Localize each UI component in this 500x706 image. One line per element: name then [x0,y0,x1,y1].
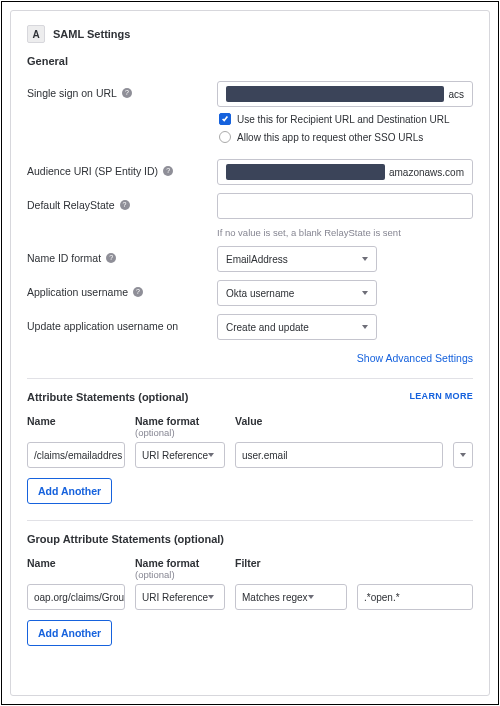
allow-other-sso-radio[interactable] [219,131,231,143]
panel-header: A SAML Settings [27,25,473,43]
divider [27,378,473,379]
audience-uri-suffix: amazonaws.com [389,167,464,178]
panel-title: SAML Settings [53,28,130,40]
sso-url-input[interactable]: acs [217,81,473,107]
chevron-down-icon [362,291,368,295]
group-attr-table-header: Name Name format (optional) Filter [27,557,473,580]
app-username-select[interactable]: Okta username [217,280,377,306]
col-name: Name [27,557,125,580]
attr-name-input[interactable]: /claims/emailaddres [27,442,125,468]
col-filter: Filter [235,557,473,580]
chevron-down-icon [208,595,214,599]
chevron-down-icon [362,257,368,261]
help-icon[interactable]: ? [133,287,143,297]
nameid-select[interactable]: EmailAddress [217,246,377,272]
col-name: Name [27,415,125,438]
relaystate-label: Default RelayState ? [27,193,217,211]
sso-url-suffix: acs [448,89,464,100]
divider [27,520,473,521]
help-icon[interactable]: ? [106,253,116,263]
step-letter: A [27,25,45,43]
attr-value-dropdown[interactable] [453,442,473,468]
nameid-label: Name ID format ? [27,246,217,264]
chevron-down-icon [308,595,314,599]
attr-row: /claims/emailaddres URI Reference user.e… [27,442,473,468]
chevron-down-icon [208,453,214,457]
group-name-input[interactable]: oap.org/claims/Grou [27,584,125,610]
col-format: Name format (optional) [135,557,225,580]
relaystate-input[interactable] [217,193,473,219]
help-icon[interactable]: ? [120,200,130,210]
use-recipient-checkbox[interactable] [219,113,231,125]
group-attr-row: oap.org/claims/Grou URI Reference Matche… [27,584,473,610]
audience-uri-input[interactable]: amazonaws.com [217,159,473,185]
update-on-select[interactable]: Create and update [217,314,377,340]
chevron-down-icon [460,453,466,457]
attr-section-title: Attribute Statements (optional) [27,391,188,403]
add-group-attr-button[interactable]: Add Another [27,620,112,646]
show-advanced-link[interactable]: Show Advanced Settings [357,352,473,364]
chevron-down-icon [362,325,368,329]
add-attr-button[interactable]: Add Another [27,478,112,504]
col-format: Name format (optional) [135,415,225,438]
sso-url-label: Single sign on URL ? [27,81,217,99]
relaystate-helper: If no value is set, a blank RelayState i… [217,227,473,238]
attr-table-header: Name Name format (optional) Value [27,415,473,438]
learn-more-link[interactable]: LEARN MORE [410,391,474,401]
group-attr-section-title: Group Attribute Statements (optional) [27,533,224,545]
use-recipient-label: Use this for Recipient URL and Destinati… [237,114,450,125]
help-icon[interactable]: ? [163,166,173,176]
redacted-value [226,86,444,102]
help-icon[interactable]: ? [122,88,132,98]
update-on-label: Update application username on [27,314,217,332]
app-username-label: Application username ? [27,280,217,298]
col-value: Value [235,415,473,438]
group-filter-select[interactable]: Matches regex [235,584,347,610]
redacted-value [226,164,385,180]
allow-other-sso-label: Allow this app to request other SSO URLs [237,132,423,143]
attr-format-select[interactable]: URI Reference [135,442,225,468]
group-format-select[interactable]: URI Reference [135,584,225,610]
general-section-title: General [27,55,473,67]
audience-uri-label: Audience URI (SP Entity ID) ? [27,159,217,177]
attr-value-input[interactable]: user.email [235,442,443,468]
group-regex-input[interactable]: .*open.* [357,584,473,610]
saml-settings-panel: A SAML Settings General Single sign on U… [10,10,490,696]
